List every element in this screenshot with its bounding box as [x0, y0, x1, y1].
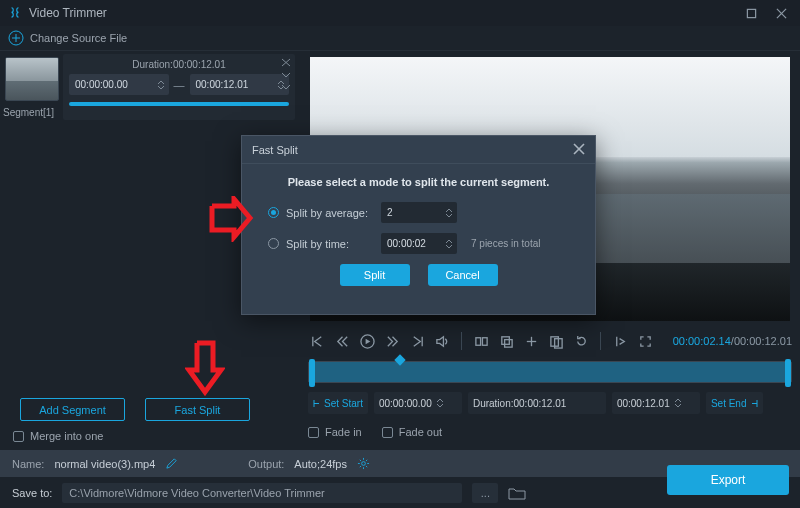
split-average-input[interactable]: 2: [381, 202, 457, 223]
save-to-label: Save to:: [12, 487, 52, 499]
add-icon[interactable]: [522, 332, 540, 350]
split-by-time-label: Split by time:: [286, 238, 381, 250]
duration-display: Duration:00:00:12.01: [468, 392, 606, 414]
output-settings-icon[interactable]: [357, 457, 370, 470]
remove-segment-icon[interactable]: [281, 58, 291, 67]
svg-marker-14: [436, 336, 443, 345]
duplicate-icon[interactable]: [547, 332, 565, 350]
compare-icon[interactable]: [472, 332, 490, 350]
open-folder-icon[interactable]: [508, 485, 526, 501]
split-note: 7 pieces in total: [471, 238, 541, 249]
timeline-right-handle[interactable]: [785, 359, 791, 387]
set-start-button[interactable]: Set Start: [308, 392, 368, 414]
segment-label: Segment[1]: [3, 107, 54, 118]
edit-name-icon[interactable]: [165, 457, 178, 470]
svg-rect-16: [482, 337, 487, 345]
dialog-close-button[interactable]: [573, 143, 585, 157]
app-logo-icon: [8, 6, 22, 20]
playback-controls: 00:00:02.14/00:00:12.01 Set Start 00:00:…: [308, 326, 792, 424]
svg-rect-17: [501, 336, 509, 344]
segment-thumbnail[interactable]: [5, 57, 59, 101]
svg-rect-18: [504, 339, 512, 347]
timeline-left-handle[interactable]: [309, 359, 315, 387]
fast-split-dialog: Fast Split Please select a mode to split…: [241, 135, 596, 315]
change-source-link[interactable]: Change Source File: [30, 32, 127, 44]
output-value: Auto;24fps: [294, 458, 347, 470]
segment-range-bar[interactable]: [69, 102, 289, 106]
merge-checkbox[interactable]: [13, 431, 24, 442]
window-close-button[interactable]: [774, 6, 788, 20]
segment-end-input[interactable]: 00:00:12.01: [190, 74, 290, 95]
dialog-title: Fast Split: [252, 144, 298, 156]
browse-path-button[interactable]: ...: [472, 483, 498, 503]
move-down-icon-2[interactable]: [281, 82, 291, 91]
export-button[interactable]: Export: [667, 465, 789, 495]
start-time-input[interactable]: 00:00:00.00: [374, 392, 462, 414]
window-maximize-button[interactable]: [744, 6, 758, 20]
source-bar: Change Source File: [0, 26, 800, 51]
fade-in-label: Fade in: [325, 426, 362, 438]
name-label: Name:: [12, 458, 44, 470]
fade-in-checkbox[interactable]: [308, 427, 319, 438]
snapshot-icon[interactable]: [611, 332, 629, 350]
dialog-lead: Please select a mode to split the curren…: [242, 176, 595, 188]
fade-out-checkbox[interactable]: [382, 427, 393, 438]
annotation-arrow-down-icon: [185, 340, 225, 396]
reset-icon[interactable]: [572, 332, 590, 350]
split-by-time-radio[interactable]: [268, 238, 279, 249]
dialog-split-button[interactable]: Split: [340, 264, 410, 286]
window-title: Video Trimmer: [29, 6, 744, 20]
playhead[interactable]: [394, 354, 405, 365]
fast-split-button[interactable]: Fast Split: [145, 398, 250, 421]
fullscreen-icon[interactable]: [636, 332, 654, 350]
step-forward-icon[interactable]: [383, 332, 401, 350]
range-dash: —: [174, 79, 185, 91]
goto-end-icon[interactable]: [408, 332, 426, 350]
filename-value: normal video(3).mp4: [54, 458, 155, 470]
move-down-icon[interactable]: [281, 70, 291, 79]
svg-marker-12: [365, 338, 370, 344]
split-by-average-radio[interactable]: [268, 207, 279, 218]
merge-label: Merge into one: [30, 430, 103, 442]
output-label: Output:: [248, 458, 284, 470]
duration-label: Duration:: [132, 59, 173, 70]
goto-start-icon[interactable]: [308, 332, 326, 350]
dialog-cancel-button[interactable]: Cancel: [428, 264, 498, 286]
save-path-display: C:\Vidmore\Vidmore Video Converter\Video…: [62, 483, 462, 503]
add-segment-button[interactable]: Add Segment: [20, 398, 125, 421]
svg-rect-15: [475, 337, 480, 345]
duration-value: 00:00:12.01: [173, 59, 226, 70]
current-time: 00:00:02.14: [673, 335, 731, 347]
end-time-input[interactable]: 00:00:12.01: [612, 392, 700, 414]
split-time-input[interactable]: 00:00:02: [381, 233, 457, 254]
set-end-button[interactable]: Set End: [706, 392, 763, 414]
plus-circle-icon[interactable]: [8, 30, 24, 46]
total-time: /00:00:12.01: [731, 335, 792, 347]
segment-start-input[interactable]: 00:00:00.00: [69, 74, 169, 95]
play-icon[interactable]: [358, 332, 376, 350]
volume-icon[interactable]: [433, 332, 451, 350]
fade-out-label: Fade out: [399, 426, 442, 438]
titlebar: Video Trimmer: [0, 0, 800, 26]
copy-icon[interactable]: [497, 332, 515, 350]
split-by-average-label: Split by average:: [286, 207, 381, 219]
segment-controls: Duration:00:00:12.01 00:00:00.00 — 00:00…: [63, 54, 295, 120]
svg-rect-0: [747, 9, 755, 17]
timeline-scrubber[interactable]: [308, 361, 792, 383]
step-back-icon[interactable]: [333, 332, 351, 350]
annotation-arrow-right-icon: [208, 196, 254, 242]
svg-point-26: [362, 462, 366, 466]
